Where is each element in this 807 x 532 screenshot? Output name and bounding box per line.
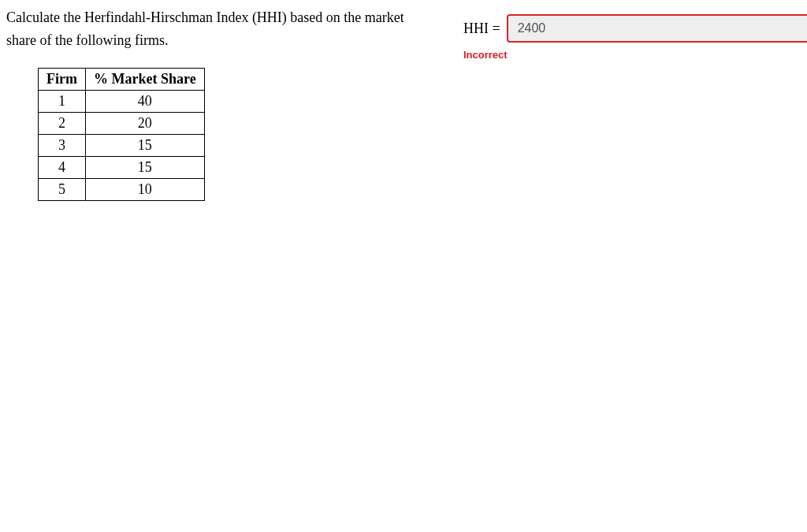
- hhi-input[interactable]: [507, 14, 807, 43]
- table-row: 3 15: [39, 134, 205, 156]
- table-header-share: % Market Share: [85, 68, 204, 90]
- question-text: Calculate the Herfindahl-Hirschman Index…: [6, 6, 416, 52]
- cell-firm: 4: [39, 156, 86, 178]
- table-row: 2 20: [39, 112, 205, 134]
- cell-firm: 2: [39, 112, 86, 134]
- table-row: 5 10: [39, 178, 205, 200]
- cell-share: 10: [85, 178, 204, 200]
- cell-share: 20: [85, 112, 204, 134]
- cell-share: 40: [85, 90, 204, 112]
- cell-share: 15: [85, 134, 204, 156]
- cell-share: 15: [85, 156, 204, 178]
- cell-firm: 5: [39, 178, 86, 200]
- answer-label: HHI =: [463, 20, 500, 37]
- answer-row: HHI =: [463, 14, 807, 43]
- table-row: 1 40: [39, 90, 205, 112]
- question-left-column: Calculate the Herfindahl-Hirschman Index…: [6, 6, 416, 201]
- cell-firm: 1: [39, 90, 86, 112]
- answer-column: HHI = Incorrect: [463, 6, 807, 201]
- cell-firm: 3: [39, 134, 86, 156]
- table-row: 4 15: [39, 156, 205, 178]
- market-share-table: Firm % Market Share 1 40 2 20 3 15: [38, 68, 205, 201]
- question-container: Calculate the Herfindahl-Hirschman Index…: [6, 6, 807, 201]
- feedback-text: Incorrect: [463, 49, 807, 61]
- table-header-firm: Firm: [39, 68, 86, 90]
